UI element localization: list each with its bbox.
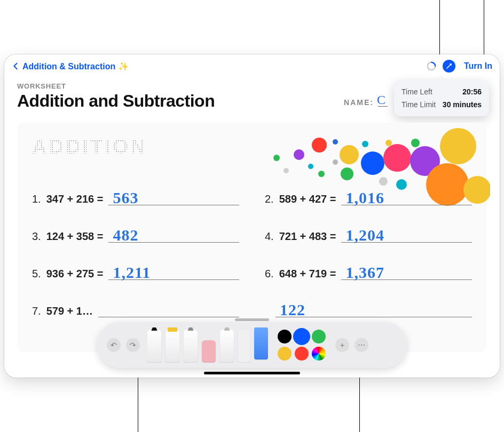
tool-ruler[interactable] [238,330,250,363]
problem-number: 7. [32,305,41,317]
tool-eraser[interactable] [202,340,216,363]
callout-line [439,0,440,61]
toolbar-grabber[interactable] [235,318,269,321]
worksheet-card: ADDITION [17,123,487,352]
problem-expression: 936 + 275 = [46,268,104,280]
answer-blank[interactable]: 1,211 [108,262,239,280]
name-field: NAME: C [344,95,388,107]
answer-handwriting: 1,204 [345,226,384,244]
svg-point-6 [318,171,325,177]
svg-point-15 [411,139,420,147]
tool-marker[interactable] [166,330,179,363]
svg-point-13 [385,140,392,146]
markup-toolbar: ↶ ↷ + ⋯ [97,322,407,368]
problem-expression: 579 + 1… [46,305,93,317]
svg-point-9 [340,145,359,164]
svg-point-20 [379,177,388,186]
ipad-screen: Addition & Subtraction ✨ Turn In Time Le… [4,54,500,378]
answer-blank[interactable]: 1,016 [341,187,472,205]
problem-row: 122 [265,299,472,317]
answer-handwriting: 1,211 [113,263,151,282]
problem-row: 6. 648 + 719 = 1,367 [265,262,472,280]
svg-point-8 [333,139,338,145]
problem-number: 6. [265,268,274,280]
problem-expression: 347 + 216 = [46,193,104,205]
time-left-value: 20:56 [462,87,482,96]
answer-handwriting: 1,367 [345,263,384,282]
callout-line [484,0,484,57]
tool-pencil[interactable] [184,330,198,363]
turn-in-button[interactable]: Turn In [464,61,492,71]
svg-point-3 [294,149,304,160]
nav-title[interactable]: Addition & Subtraction ✨ [22,61,129,71]
problem-row: 5. 936 + 275 = 1,211 [32,262,239,280]
worksheet-page: WORKSHEET Addition and Subtraction NAME:… [4,78,500,352]
svg-point-10 [341,167,353,180]
swatch-yellow[interactable] [278,347,292,361]
redo-button[interactable]: ↷ [126,338,140,352]
answer-handwriting: 482 [113,226,138,244]
add-button[interactable]: + [335,338,349,352]
problem-expression: 124 + 358 = [46,230,104,243]
svg-point-11 [362,141,368,147]
time-limit-value: 30 minutes [443,100,482,109]
tool-pen[interactable] [147,330,161,363]
answer-blank[interactable]: 1,367 [341,262,472,280]
tool-crayon[interactable] [220,330,234,363]
more-button[interactable]: ⋯ [355,338,368,352]
problem-row: 3. 124 + 358 = 482 [32,225,239,243]
undo-button[interactable]: ↶ [107,338,121,352]
svg-point-18 [440,128,476,164]
answer-blank[interactable]: 1,204 [341,225,472,243]
svg-point-4 [308,164,313,169]
problem-expression: 648 + 719 = [279,268,336,280]
problem-number: 3. [32,230,41,243]
time-left-label: Time Left [401,87,432,96]
time-popover: Time Left 20:56 Time Limit 30 minutes [394,80,489,116]
svg-point-1 [273,155,280,161]
markup-button[interactable] [443,60,455,73]
back-icon[interactable] [12,62,19,70]
svg-point-2 [284,168,289,173]
swatch-blue[interactable] [295,330,309,343]
swatch-red[interactable] [295,347,309,361]
color-swatches [278,330,326,361]
section-heading: ADDITION [32,135,147,158]
name-handwriting: C [377,93,385,107]
time-limit-label: Time Limit [401,100,436,109]
problem-row: 7. 579 + 1… [32,299,239,317]
tool-pen-blue[interactable] [254,327,268,359]
problem-number: 4. [265,230,274,243]
swatch-green[interactable] [312,330,326,343]
answer-blank[interactable] [98,299,239,317]
answer-handwriting: 1,016 [345,189,384,207]
svg-point-12 [361,151,384,175]
svg-point-7 [333,159,338,165]
problem-expression: 721 + 483 = [279,230,336,243]
problem-row: 1. 347 + 216 = 563 [32,187,239,205]
tool-tray [147,327,268,363]
problem-row: 4. 721 + 483 = 1,204 [265,225,472,243]
answer-handwriting: 563 [113,189,138,207]
home-indicator[interactable] [204,372,300,374]
answer-blank[interactable]: 122 [275,299,472,317]
problem-number: 5. [32,268,41,280]
swatch-black[interactable] [278,330,292,343]
svg-point-5 [312,138,327,153]
timer-icon[interactable] [427,61,436,71]
swatch-color-picker[interactable] [312,347,326,361]
answer-blank[interactable]: 563 [108,187,239,205]
problem-number: 1. [32,193,41,205]
svg-point-14 [383,144,411,172]
answer-handwriting: 122 [280,301,305,319]
answer-blank[interactable]: 482 [108,225,239,243]
nav-bar: Addition & Subtraction ✨ Turn In [4,54,500,78]
name-label: NAME: [344,98,374,107]
